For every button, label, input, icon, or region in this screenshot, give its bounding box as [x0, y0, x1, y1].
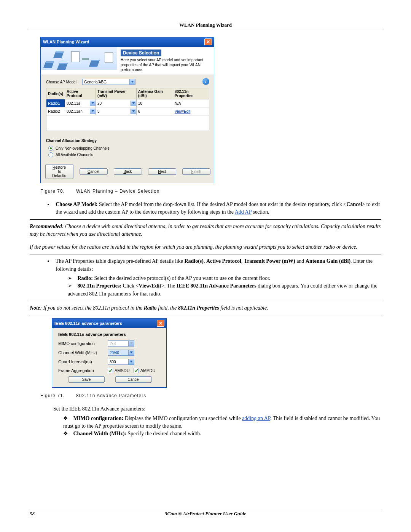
ap-properties-table: Radio(s) Active Protocol Transmit Power … — [46, 88, 209, 115]
set-params-line: Set the IEEE 802.11n Advance parameters: — [53, 405, 381, 413]
guard-select[interactable]: 800 — [108, 359, 134, 365]
choose-ap-select[interactable]: Generic/ABG — [82, 79, 135, 85]
radio-label: All Available Channels — [56, 153, 93, 157]
table-row[interactable]: Radio1 802.11a 20 10 N/A — [46, 99, 209, 107]
cancel-button[interactable]: Cancel — [80, 168, 108, 175]
amsdu-checkbox[interactable] — [108, 368, 113, 373]
ampdu-checkbox[interactable] — [134, 368, 139, 373]
cell-protocol[interactable]: 802.11a — [65, 99, 96, 107]
svg-marker-1 — [91, 102, 94, 104]
doc-bullet: The AP Properties table displays pre-def… — [53, 257, 381, 297]
doc-diamond-bullet: MIMO configuration: Displays the MIMO co… — [63, 415, 381, 430]
mimo-label: MIMO configuration — [58, 341, 108, 346]
wlan-wizard-window: WLAN Planning Wizard ✕ Device Selection … — [40, 37, 214, 183]
restore-button[interactable]: Restore To Defaults — [45, 164, 73, 179]
radio-icon — [48, 152, 53, 157]
cell-power-value: 5 — [97, 109, 100, 113]
chevron-down-icon — [128, 350, 134, 355]
add-ap-link[interactable]: Add AP — [235, 209, 252, 215]
figure-70-caption: Figure 70.WLAN Planning – Device Selecti… — [40, 189, 381, 194]
choose-ap-value: Generic/ABG — [84, 80, 107, 84]
chevron-down-icon — [129, 79, 135, 85]
cell-protocol-value: 802.11a — [67, 101, 80, 105]
cell-radio: Radio2 — [46, 107, 65, 115]
radio-nonoverlap[interactable]: Only Non-overlapping Channels — [46, 145, 209, 152]
page-number: 58 — [30, 511, 35, 517]
col-power: Transmit Power (mW) — [96, 88, 136, 99]
chevron-down-icon — [128, 359, 134, 364]
next-button[interactable]: Next — [148, 168, 176, 175]
adding-ap-link[interactable]: adding an AP — [242, 415, 270, 421]
title-bar: WLAN Planning Wizard ✕ — [41, 37, 214, 47]
doc-sub-bullet: Radio: Select the desired active protoco… — [65, 275, 381, 282]
figure-71-caption: Figure 71.802.11n Advance Parameters — [40, 393, 381, 398]
choose-ap-label: Choose AP Model — [46, 80, 78, 84]
save-button[interactable]: Save — [68, 376, 105, 383]
close-icon[interactable]: ✕ — [204, 38, 212, 45]
channel-strategy-title: Channel Allocation Strategy — [46, 139, 209, 143]
chwidth-value: 20/40 — [110, 351, 119, 355]
amsdu-label: AMSDU — [115, 368, 130, 373]
window-title: WLAN Planning Wizard — [43, 40, 89, 44]
ieee80211n-dialog: IEEE 802.11n advance parameters ✕ IEEE 8… — [52, 318, 167, 388]
svg-marker-6 — [130, 351, 133, 353]
cell-protocol[interactable]: 802.11an — [65, 107, 96, 115]
svg-marker-4 — [132, 110, 135, 112]
power-note: If the power values for the radios are i… — [30, 243, 381, 251]
banner-graphic — [41, 47, 117, 70]
chevron-down-icon — [128, 341, 134, 346]
cancel-button[interactable]: Cancel — [115, 376, 152, 383]
mimo-value: 2x3 — [110, 342, 116, 346]
page-header: WLAN Planning Wizard — [30, 22, 381, 30]
cell-power[interactable]: 5 — [96, 107, 136, 115]
banner-heading: Device Selection — [121, 50, 161, 56]
doc-diamond-bullet: Channel Width (MHz): Specify the desired… — [63, 430, 381, 438]
cell-power-value: 20 — [97, 101, 102, 105]
dialog-title: IEEE 802.11n advance parameters — [54, 321, 122, 326]
svg-marker-3 — [91, 110, 94, 112]
info-icon[interactable]: i — [202, 78, 209, 85]
radio-label: Only Non-overlapping Channels — [56, 146, 110, 150]
cell-gain[interactable]: 6 — [136, 107, 173, 115]
mimo-select: 2x3 — [108, 340, 134, 347]
doc-bullet: Choose AP Model: Select the AP model fro… — [53, 201, 381, 216]
close-icon[interactable]: ✕ — [157, 320, 164, 327]
col-gain: Antenna Gain (dBi) — [136, 88, 173, 99]
view-edit-link[interactable]: View/Edit — [173, 107, 209, 115]
col-nprops: 802.11n Properties — [173, 88, 209, 99]
wizard-banner: Device Selection Here you select your AP… — [41, 47, 214, 75]
svg-marker-2 — [132, 102, 135, 104]
note-block: Note: If you do not select the 802.11n p… — [30, 304, 381, 312]
radio-all[interactable]: All Available Channels — [46, 152, 209, 158]
finish-button: Finish — [182, 168, 210, 175]
cell-radio: Radio1 — [46, 99, 65, 107]
ampdu-label: AMPDU — [140, 368, 156, 373]
chwidth-label: Channel Width(MHz) — [58, 350, 108, 355]
col-protocol: Active Protocol — [65, 88, 96, 99]
footer-text: 3Com ® AirProtect Planner User Guide — [165, 511, 246, 516]
dialog-heading: IEEE 802.11n advance parameters — [58, 332, 162, 337]
cell-protocol-value: 802.11an — [67, 109, 83, 113]
table-row[interactable]: Radio2 802.11an 5 6 View/E — [46, 107, 209, 115]
chevron-down-icon — [131, 101, 136, 106]
svg-marker-7 — [130, 361, 133, 363]
svg-marker-5 — [130, 342, 133, 344]
col-radio: Radio(s) — [46, 88, 65, 99]
chwidth-select[interactable]: 20/40 — [108, 350, 134, 356]
recommended-note: Recommended: Choose a device with omni d… — [30, 223, 381, 238]
guard-value: 800 — [110, 360, 116, 364]
back-button[interactable]: Back — [114, 168, 142, 175]
radio-icon — [48, 146, 53, 151]
chevron-down-icon — [90, 109, 96, 114]
cell-gain[interactable]: 10 — [136, 99, 173, 107]
banner-desc: Here you select your AP model and set im… — [121, 58, 210, 72]
chevron-down-icon — [131, 109, 136, 114]
frameagg-label: Frame Aggregation — [58, 368, 108, 373]
guard-label: Guard Interval(ns) — [58, 359, 108, 364]
doc-sub-bullet: 802.11n Properties: Click <View/Edit>. T… — [65, 282, 381, 298]
cell-power[interactable]: 20 — [96, 99, 136, 107]
chevron-down-icon — [90, 101, 96, 106]
cell-nprops: N/A — [173, 99, 209, 107]
svg-marker-0 — [131, 81, 134, 83]
